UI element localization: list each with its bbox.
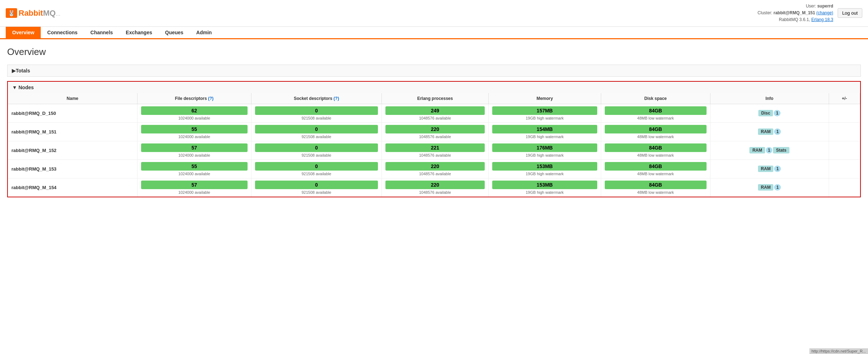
disk-value: 84GB xyxy=(605,106,707,115)
disk-space-cell: 84GB48MB low watermark xyxy=(601,160,710,178)
nav-channels[interactable]: Channels xyxy=(84,27,119,38)
row-actions xyxy=(829,122,860,141)
disk-sub: 48MB low watermark xyxy=(605,190,707,194)
col-disk: Disk space xyxy=(601,93,710,104)
table-row: rabbit@RMQ_M_154571024000 available09215… xyxy=(8,178,860,197)
col-socket-desc: Socket descriptors (?) xyxy=(251,93,381,104)
memory-value: 153MB xyxy=(492,162,597,171)
file-desc-sub: 1024000 available xyxy=(141,190,248,194)
memory-cell: 157MB19GB high watermark xyxy=(489,104,601,122)
file-desc-value: 55 xyxy=(141,125,248,133)
nodes-section: ▼ Nodes Name File descriptors (?) Socket… xyxy=(7,81,861,197)
socket-descriptors-cell: 0921508 available xyxy=(251,122,381,141)
totals-label: Totals xyxy=(16,68,30,74)
badge-num: 1 xyxy=(774,128,781,135)
file-desc-sub: 1024000 available xyxy=(141,153,248,157)
disk-sub: 48MB low watermark xyxy=(605,172,707,176)
file-desc-value: 62 xyxy=(141,106,248,115)
badge-ram[interactable]: RAM xyxy=(758,184,773,191)
memory-cell: 176MB19GB high watermark xyxy=(489,141,601,160)
totals-arrow: ▶ xyxy=(12,68,16,74)
socket-descriptors-cell: 0921508 available xyxy=(251,160,381,178)
erlang-processes-cell: 2201048576 available xyxy=(381,160,488,178)
cluster-change-link[interactable]: (change) xyxy=(816,10,833,15)
socket-desc-help[interactable]: (?) xyxy=(334,96,339,101)
totals-header[interactable]: ▶ Totals xyxy=(8,65,860,76)
memory-value: 157MB xyxy=(492,106,597,115)
badge-num: 1 xyxy=(774,110,780,116)
erlang-sub: 1048576 available xyxy=(385,135,485,139)
header: 🐰 RabbitMQ... User: superrd Cluster: rab… xyxy=(0,0,868,27)
file-desc-sub: 1024000 available xyxy=(141,116,248,120)
user-info: User: superrd xyxy=(758,3,833,10)
disk-sub: 48MB low watermark xyxy=(605,135,707,139)
col-name: Name xyxy=(8,93,137,104)
erlang-link[interactable]: Erlang 18.3 xyxy=(811,17,833,22)
badge-disc[interactable]: Disc xyxy=(758,110,773,116)
badge-num: 1 xyxy=(774,184,781,191)
file-desc-value: 57 xyxy=(141,143,248,152)
row-actions xyxy=(829,178,860,197)
erlang-processes-cell: 2491048576 available xyxy=(381,104,488,122)
disk-space-cell: 84GB48MB low watermark xyxy=(601,178,710,197)
version-info: RabbitMQ 3.6.1, Erlang 18.3 xyxy=(758,16,833,23)
socket-descriptors-cell: 0921508 available xyxy=(251,178,381,197)
nav-queues[interactable]: Queues xyxy=(159,27,190,38)
col-actions: +/- xyxy=(829,93,860,104)
nodes-arrow: ▼ xyxy=(12,85,17,90)
socket-desc-value: 0 xyxy=(255,143,378,152)
nav-overview[interactable]: Overview xyxy=(6,27,41,38)
node-name: rabbit@RMQ_M_154 xyxy=(8,178,137,197)
node-name: rabbit@RMQ_D_150 xyxy=(8,104,137,122)
erlang-processes-cell: 2201048576 available xyxy=(381,122,488,141)
socket-descriptors-cell: 0921508 available xyxy=(251,141,381,160)
memory-value: 176MB xyxy=(492,143,597,152)
badge-ram[interactable]: RAM xyxy=(758,128,773,135)
erlang-value: 220 xyxy=(385,181,485,189)
logo: 🐰 RabbitMQ... xyxy=(6,8,60,18)
file-desc-help[interactable]: (?) xyxy=(208,96,213,101)
logo-dots: ... xyxy=(56,11,60,17)
logo-mq: MQ xyxy=(43,9,55,17)
erlang-sub: 1048576 available xyxy=(385,190,485,194)
nav-admin[interactable]: Admin xyxy=(190,27,218,38)
version-text: RabbitMQ 3.6.1, xyxy=(779,17,812,22)
badge-num: 1 xyxy=(766,147,773,153)
header-info: User: superrd Cluster: rabbit@RMQ_M_151 … xyxy=(758,3,833,24)
nodes-label: Nodes xyxy=(19,85,34,90)
memory-value: 154MB xyxy=(492,125,597,133)
badge-ram[interactable]: RAM xyxy=(749,147,765,153)
page-content: Overview ▶ Totals ▼ Nodes Name File desc… xyxy=(0,39,868,204)
badge-ram[interactable]: RAM xyxy=(758,166,773,172)
nodes-header[interactable]: ▼ Nodes xyxy=(8,82,860,93)
file-descriptors-cell: 571024000 available xyxy=(137,178,251,197)
file-descriptors-cell: 551024000 available xyxy=(137,160,251,178)
table-row: rabbit@RMQ_M_153551024000 available09215… xyxy=(8,160,860,178)
node-name: rabbit@RMQ_M_152 xyxy=(8,141,137,160)
memory-value: 153MB xyxy=(492,181,597,189)
node-name: rabbit@RMQ_M_153 xyxy=(8,160,137,178)
logo-icon: 🐰 xyxy=(6,8,17,18)
file-desc-sub: 1024000 available xyxy=(141,135,248,139)
file-desc-value: 57 xyxy=(141,181,248,189)
row-actions xyxy=(829,160,860,178)
socket-desc-value: 0 xyxy=(255,125,378,133)
cluster-name: rabbit@RMQ_M_151 xyxy=(774,10,815,15)
disk-value: 84GB xyxy=(605,143,707,152)
nav-exchanges[interactable]: Exchanges xyxy=(119,27,159,38)
col-info: Info xyxy=(710,93,829,104)
memory-cell: 154MB19GB high watermark xyxy=(489,122,601,141)
nav-connections[interactable]: Connections xyxy=(41,27,84,38)
badge-num: 1 xyxy=(774,166,781,172)
info-cell: RAM1 xyxy=(710,122,829,141)
socket-desc-sub: 921508 available xyxy=(255,116,378,120)
socket-desc-value: 0 xyxy=(255,162,378,171)
info-cell: RAM1 xyxy=(710,160,829,178)
user-name: superrd xyxy=(817,4,833,9)
cluster-info: Cluster: rabbit@RMQ_M_151 (change) xyxy=(758,10,833,16)
nodes-table: Name File descriptors (?) Socket descrip… xyxy=(8,93,860,197)
disk-sub: 48MB low watermark xyxy=(605,153,707,157)
badge-stats[interactable]: Stats xyxy=(773,147,789,153)
logout-button[interactable]: Log out xyxy=(838,8,862,18)
row-actions xyxy=(829,104,860,122)
